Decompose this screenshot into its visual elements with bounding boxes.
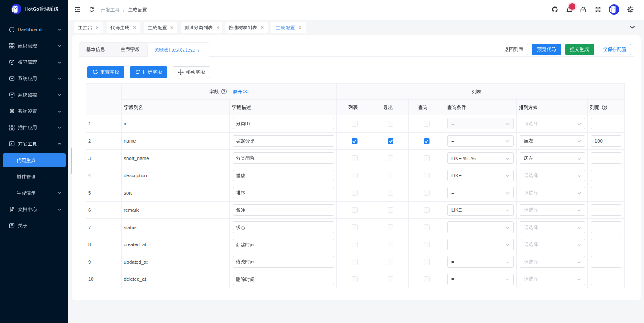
svg-text:?: ?	[223, 90, 225, 94]
svg-text:?: ?	[604, 105, 606, 110]
